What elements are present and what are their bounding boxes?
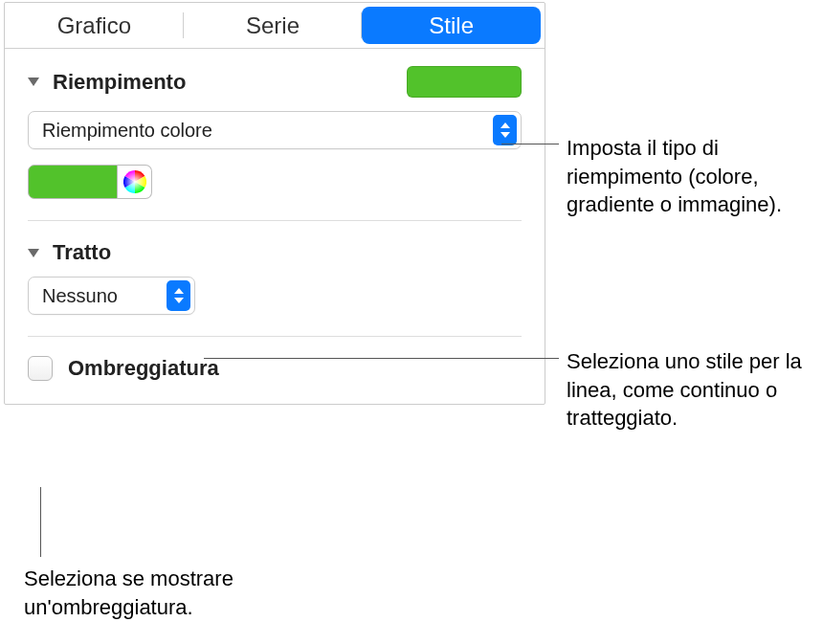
fill-type-popup[interactable]: Riempimento colore [28, 111, 522, 149]
tab-grafico[interactable]: Grafico [5, 3, 184, 48]
fill-color-swatch[interactable] [407, 66, 522, 98]
color-wheel-button[interactable] [118, 165, 152, 199]
annotation-fill-type: Imposta il tipo di riempimento (colore, … [567, 134, 815, 219]
annotation-line [204, 358, 559, 359]
panel-content: Riempimento Riempimento colore [5, 49, 545, 404]
tab-grafico-label: Grafico [57, 12, 131, 39]
divider [28, 220, 522, 221]
tab-stile-label: Stile [429, 12, 474, 39]
stroke-style-popup[interactable]: Nessuno [28, 277, 195, 315]
disclosure-icon[interactable] [28, 249, 39, 257]
fill-type-value: Riempimento colore [29, 120, 493, 142]
annotation-show-shadow: Seleziona se mostrare un'ombreggiatura. [24, 565, 311, 621]
shadow-row: Ombreggiatura [28, 356, 522, 381]
fill-section-header: Riempimento [28, 66, 522, 98]
stroke-style-value: Nessuno [29, 285, 167, 307]
style-panel: Grafico Serie Stile Riempimento Riempime… [4, 2, 545, 405]
popup-stepper-icon [493, 115, 517, 145]
stroke-section-header: Tratto [28, 240, 522, 265]
stroke-section-label: Tratto [53, 240, 111, 265]
annotation-line-style: Seleziona uno stile per la linea, come c… [567, 347, 815, 433]
tab-serie[interactable]: Serie [184, 3, 363, 48]
svg-point-0 [123, 170, 146, 193]
disclosure-icon[interactable] [28, 78, 39, 86]
shadow-checkbox[interactable] [28, 356, 53, 381]
popup-stepper-icon [167, 280, 190, 311]
color-wheel-icon [123, 170, 146, 193]
shadow-label: Ombreggiatura [68, 356, 219, 381]
divider [28, 336, 522, 337]
tab-stile[interactable]: Stile [362, 7, 541, 44]
annotation-line [40, 487, 41, 557]
tab-bar: Grafico Serie Stile [5, 3, 545, 49]
fill-color-well[interactable] [28, 165, 118, 199]
fill-color-row [28, 165, 522, 199]
tab-serie-label: Serie [246, 12, 300, 39]
annotation-line [501, 144, 559, 144]
fill-section-label: Riempimento [53, 70, 186, 95]
